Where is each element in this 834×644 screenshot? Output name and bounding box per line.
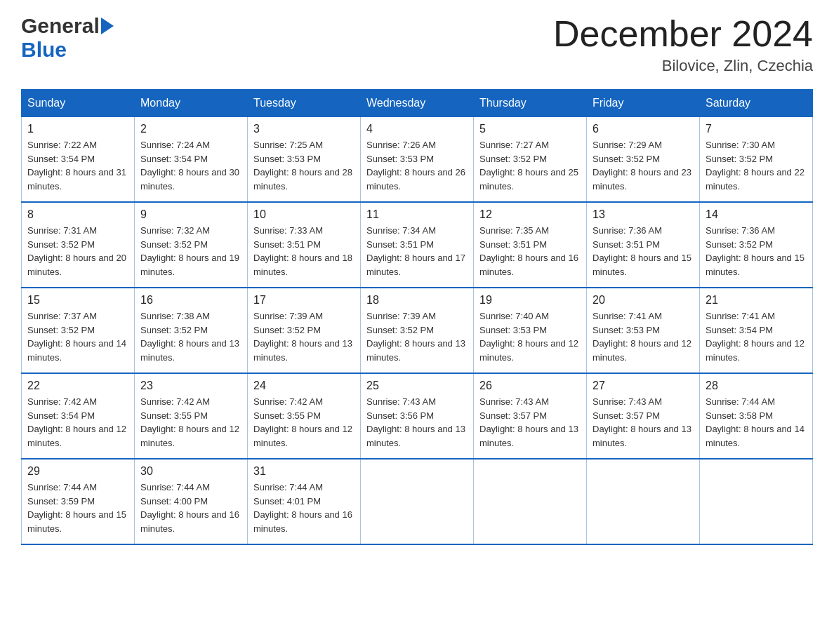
day-info: Sunrise: 7:27 AMSunset: 3:52 PMDaylight:… xyxy=(479,140,578,192)
day-number: 17 xyxy=(253,294,355,307)
calendar-cell: 7 Sunrise: 7:30 AMSunset: 3:52 PMDayligh… xyxy=(700,117,813,203)
week-row-1: 1 Sunrise: 7:22 AMSunset: 3:54 PMDayligh… xyxy=(22,117,813,203)
month-year-title: December 2024 xyxy=(553,14,813,54)
day-number: 27 xyxy=(593,380,694,392)
calendar-cell: 12 Sunrise: 7:35 AMSunset: 3:51 PMDaylig… xyxy=(474,202,587,288)
calendar-cell: 4 Sunrise: 7:26 AMSunset: 3:53 PMDayligh… xyxy=(361,117,474,203)
day-number: 30 xyxy=(140,465,241,478)
day-info: Sunrise: 7:39 AMSunset: 3:52 PMDaylight:… xyxy=(253,311,352,363)
calendar-cell xyxy=(361,459,474,544)
day-info: Sunrise: 7:40 AMSunset: 3:53 PMDaylight:… xyxy=(479,311,578,363)
calendar-cell: 8 Sunrise: 7:31 AMSunset: 3:52 PMDayligh… xyxy=(22,202,135,288)
day-info: Sunrise: 7:42 AMSunset: 3:55 PMDaylight:… xyxy=(253,396,352,448)
logo: General Blue xyxy=(21,14,114,62)
day-info: Sunrise: 7:38 AMSunset: 3:52 PMDaylight:… xyxy=(140,311,239,363)
day-info: Sunrise: 7:43 AMSunset: 3:57 PMDaylight:… xyxy=(593,396,691,448)
day-info: Sunrise: 7:41 AMSunset: 3:53 PMDaylight:… xyxy=(593,311,691,363)
calendar-cell: 10 Sunrise: 7:33 AMSunset: 3:51 PMDaylig… xyxy=(248,202,361,288)
calendar-cell: 16 Sunrise: 7:38 AMSunset: 3:52 PMDaylig… xyxy=(135,288,248,373)
calendar-cell: 11 Sunrise: 7:34 AMSunset: 3:51 PMDaylig… xyxy=(361,202,474,288)
logo-blue-text: Blue xyxy=(21,38,67,61)
calendar-cell: 31 Sunrise: 7:44 AMSunset: 4:01 PMDaylig… xyxy=(248,459,361,544)
day-number: 31 xyxy=(253,465,355,478)
day-number: 21 xyxy=(706,294,807,307)
day-info: Sunrise: 7:34 AMSunset: 3:51 PMDaylight:… xyxy=(366,225,465,277)
calendar-cell: 6 Sunrise: 7:29 AMSunset: 3:52 PMDayligh… xyxy=(587,117,700,203)
header-tuesday: Tuesday xyxy=(248,90,361,117)
day-info: Sunrise: 7:37 AMSunset: 3:52 PMDaylight:… xyxy=(27,311,126,363)
calendar-cell xyxy=(700,459,813,544)
header-saturday: Saturday xyxy=(700,90,813,117)
calendar-cell: 25 Sunrise: 7:43 AMSunset: 3:56 PMDaylig… xyxy=(361,373,474,459)
day-info: Sunrise: 7:24 AMSunset: 3:54 PMDaylight:… xyxy=(140,140,239,192)
day-info: Sunrise: 7:44 AMSunset: 4:01 PMDaylight:… xyxy=(253,482,352,534)
day-number: 23 xyxy=(140,380,241,392)
day-number: 2 xyxy=(140,123,241,135)
day-info: Sunrise: 7:22 AMSunset: 3:54 PMDaylight:… xyxy=(27,140,126,192)
day-number: 1 xyxy=(27,123,128,135)
calendar-cell: 5 Sunrise: 7:27 AMSunset: 3:52 PMDayligh… xyxy=(474,117,587,203)
day-number: 12 xyxy=(479,208,581,221)
day-number: 15 xyxy=(27,294,128,307)
day-number: 26 xyxy=(479,380,581,392)
calendar-cell: 1 Sunrise: 7:22 AMSunset: 3:54 PMDayligh… xyxy=(22,117,135,203)
day-info: Sunrise: 7:42 AMSunset: 3:54 PMDaylight:… xyxy=(27,396,126,448)
week-row-4: 22 Sunrise: 7:42 AMSunset: 3:54 PMDaylig… xyxy=(22,373,813,459)
day-info: Sunrise: 7:30 AMSunset: 3:52 PMDaylight:… xyxy=(706,140,805,192)
day-info: Sunrise: 7:36 AMSunset: 3:52 PMDaylight:… xyxy=(706,225,805,277)
day-number: 5 xyxy=(479,123,581,135)
calendar-cell: 23 Sunrise: 7:42 AMSunset: 3:55 PMDaylig… xyxy=(135,373,248,459)
day-info: Sunrise: 7:36 AMSunset: 3:51 PMDaylight:… xyxy=(593,225,691,277)
day-info: Sunrise: 7:42 AMSunset: 3:55 PMDaylight:… xyxy=(140,396,239,448)
calendar-cell: 18 Sunrise: 7:39 AMSunset: 3:52 PMDaylig… xyxy=(361,288,474,373)
header-monday: Monday xyxy=(135,90,248,117)
day-number: 28 xyxy=(706,380,807,392)
calendar-cell: 14 Sunrise: 7:36 AMSunset: 3:52 PMDaylig… xyxy=(700,202,813,288)
day-info: Sunrise: 7:44 AMSunset: 3:59 PMDaylight:… xyxy=(27,482,126,534)
day-number: 24 xyxy=(253,380,355,392)
day-info: Sunrise: 7:29 AMSunset: 3:52 PMDaylight:… xyxy=(593,140,691,192)
day-info: Sunrise: 7:31 AMSunset: 3:52 PMDaylight:… xyxy=(27,225,126,277)
calendar-header-row: SundayMondayTuesdayWednesdayThursdayFrid… xyxy=(22,90,813,117)
week-row-2: 8 Sunrise: 7:31 AMSunset: 3:52 PMDayligh… xyxy=(22,202,813,288)
calendar-table: SundayMondayTuesdayWednesdayThursdayFrid… xyxy=(21,89,813,545)
day-number: 7 xyxy=(706,123,807,135)
day-number: 29 xyxy=(27,465,128,478)
day-number: 14 xyxy=(706,208,807,221)
day-info: Sunrise: 7:33 AMSunset: 3:51 PMDaylight:… xyxy=(253,225,352,277)
day-info: Sunrise: 7:32 AMSunset: 3:52 PMDaylight:… xyxy=(140,225,239,277)
calendar-cell: 13 Sunrise: 7:36 AMSunset: 3:51 PMDaylig… xyxy=(587,202,700,288)
title-block: December 2024 Bilovice, Zlin, Czechia xyxy=(553,14,813,75)
logo-general-text: General xyxy=(21,14,100,38)
calendar-cell: 17 Sunrise: 7:39 AMSunset: 3:52 PMDaylig… xyxy=(248,288,361,373)
calendar-cell: 21 Sunrise: 7:41 AMSunset: 3:54 PMDaylig… xyxy=(700,288,813,373)
calendar-cell: 29 Sunrise: 7:44 AMSunset: 3:59 PMDaylig… xyxy=(22,459,135,544)
header-wednesday: Wednesday xyxy=(361,90,474,117)
day-info: Sunrise: 7:39 AMSunset: 3:52 PMDaylight:… xyxy=(366,311,465,363)
calendar-cell: 19 Sunrise: 7:40 AMSunset: 3:53 PMDaylig… xyxy=(474,288,587,373)
logo-triangle-icon xyxy=(101,18,114,34)
day-number: 6 xyxy=(593,123,694,135)
day-info: Sunrise: 7:44 AMSunset: 3:58 PMDaylight:… xyxy=(706,396,805,448)
day-number: 4 xyxy=(366,123,468,135)
calendar-cell: 30 Sunrise: 7:44 AMSunset: 4:00 PMDaylig… xyxy=(135,459,248,544)
day-info: Sunrise: 7:43 AMSunset: 3:56 PMDaylight:… xyxy=(366,396,465,448)
day-number: 16 xyxy=(140,294,241,307)
day-number: 8 xyxy=(27,208,128,221)
calendar-cell: 27 Sunrise: 7:43 AMSunset: 3:57 PMDaylig… xyxy=(587,373,700,459)
day-info: Sunrise: 7:25 AMSunset: 3:53 PMDaylight:… xyxy=(253,140,352,192)
page-header: General Blue December 2024 Bilovice, Zli… xyxy=(21,14,813,75)
calendar-cell xyxy=(474,459,587,544)
day-info: Sunrise: 7:44 AMSunset: 4:00 PMDaylight:… xyxy=(140,482,239,534)
day-info: Sunrise: 7:26 AMSunset: 3:53 PMDaylight:… xyxy=(366,140,465,192)
day-number: 11 xyxy=(366,208,468,221)
day-number: 18 xyxy=(366,294,468,307)
day-number: 20 xyxy=(593,294,694,307)
day-number: 3 xyxy=(253,123,355,135)
calendar-cell: 22 Sunrise: 7:42 AMSunset: 3:54 PMDaylig… xyxy=(22,373,135,459)
location-subtitle: Bilovice, Zlin, Czechia xyxy=(553,57,813,75)
calendar-cell: 28 Sunrise: 7:44 AMSunset: 3:58 PMDaylig… xyxy=(700,373,813,459)
day-number: 9 xyxy=(140,208,241,221)
header-thursday: Thursday xyxy=(474,90,587,117)
week-row-3: 15 Sunrise: 7:37 AMSunset: 3:52 PMDaylig… xyxy=(22,288,813,373)
